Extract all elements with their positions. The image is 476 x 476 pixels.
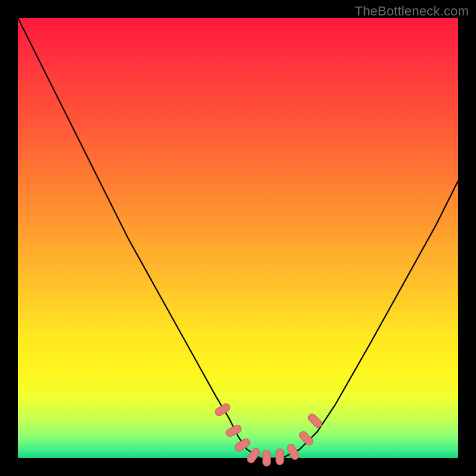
curve-marker	[276, 449, 284, 465]
curve-marker	[214, 402, 231, 417]
curve-markers	[214, 402, 323, 466]
chart-svg	[18, 18, 458, 458]
watermark-text: TheBottleneck.com	[355, 4, 469, 19]
plot-area	[18, 18, 458, 458]
curve-marker	[286, 443, 300, 461]
bottleneck-curve	[18, 18, 458, 458]
curve-marker	[298, 430, 315, 447]
curve-marker	[263, 450, 271, 466]
chart-frame: TheBottleneck.com	[0, 0, 476, 476]
curve-marker	[246, 447, 261, 465]
